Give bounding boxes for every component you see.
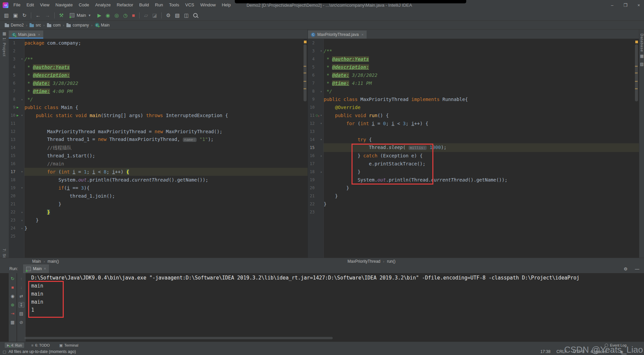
fold-marker-icon[interactable]: ▴ [20,208,24,216]
stop-icon[interactable]: ■ [10,285,16,290]
code-line[interactable]: 7 * @time: 4:11 PM [308,79,639,87]
debug-icon[interactable]: ◉ [106,13,110,18]
code-line[interactable]: 9▶public class Main { [9,103,308,111]
menu-file[interactable]: File [10,0,23,10]
profiler-icon[interactable]: ◷ [123,13,127,18]
breadcrumb-item-company[interactable]: company [66,23,89,28]
code-line[interactable]: 6 * @date: 3/28/2022 [9,79,308,87]
code-line[interactable]: 24▴} [9,224,308,232]
close-button[interactable]: × [637,3,640,8]
code-line[interactable]: 22▴ } [9,208,308,216]
code-line[interactable]: 20 thread_1.join(); [9,192,308,200]
open-project-icon[interactable]: ▥ [4,13,9,18]
code-line[interactable]: 11 [9,119,308,128]
run-configuration-select[interactable]: Main▼ [68,12,93,18]
gear-icon[interactable]: ⚙ [624,266,628,271]
minimize-button[interactable]: – [611,3,613,8]
menu-tools[interactable]: Tools [166,0,182,10]
code-line[interactable]: 5 * @description: [308,63,639,71]
fold-marker-icon[interactable]: ▾ [319,47,323,55]
tool-window-button-6-todo[interactable]: ≡6: TODO [29,343,52,348]
code-line[interactable]: 13 Thread thread_1 = new Thread(maxPrior… [9,136,308,144]
code-line[interactable]: 6 * @date: 3/28/2022 [308,71,639,79]
code-line[interactable]: 16 //main [9,160,308,168]
console-horizontal-scrollbar[interactable] [24,337,333,339]
code-line[interactable]: 25 [9,232,308,240]
fold-marker-icon[interactable]: ▾ [20,184,24,192]
soft-wrap-icon[interactable]: ⇄ [18,293,24,299]
back-icon[interactable]: ← [36,13,41,18]
code-line[interactable]: 8▴ */ [9,95,308,103]
attach-debugger-icon[interactable]: ⊛ [10,302,16,308]
thread-dump-icon[interactable]: ◉ [10,293,16,299]
code-line[interactable]: 9public class MaxPriorityThread implemen… [308,95,639,103]
code-line[interactable]: 22} [308,200,639,208]
code-line[interactable]: 21 } [308,192,639,200]
code-line[interactable]: 21 } [9,200,308,208]
up-stack-icon[interactable]: ↑ [18,276,24,282]
sidebar-item-project[interactable]: 1: Project [2,38,6,56]
fold-marker-icon[interactable]: ▴ [319,168,323,176]
restore-layout-icon[interactable]: ◫ [184,13,189,18]
attach-profiler-icon[interactable]: ◪ [152,13,157,18]
stop-icon[interactable]: ■ [132,13,135,18]
run-line-icon[interactable]: ▶ [15,103,20,111]
run-icon[interactable]: ▶ [98,13,102,18]
fold-marker-icon[interactable]: ▾ [20,111,24,119]
close-icon[interactable]: × [361,33,363,37]
overriding-method-icon[interactable]: ○ [315,111,319,119]
fold-marker-icon[interactable]: ▴ [20,224,24,232]
code-line[interactable]: 23 [308,208,639,216]
menu-refactor[interactable]: Refactor [114,0,136,10]
code-line[interactable]: 20 } [308,184,639,192]
fold-marker-icon[interactable]: ▴ [20,216,24,224]
menu-window[interactable]: Window [197,0,219,10]
maximize-button[interactable]: ❐ [624,3,628,8]
code-line[interactable]: 7 * @time: 4:00 PM [9,87,308,95]
menu-view[interactable]: View [37,0,52,10]
menu-edit[interactable]: Edit [23,0,37,10]
exit-icon[interactable]: ⇥ [10,311,16,316]
editor-content[interactable]: 1package com.company;23▾/**4 * @author:Y… [9,39,308,258]
code-line[interactable]: 5 * @description: [9,71,308,79]
tool-window-button-terminal[interactable]: ▣Terminal [57,343,80,348]
editor-content[interactable]: 23▾/**4 * @author:Yeats5 * @description:… [308,39,639,258]
code-line[interactable]: 2 [9,47,308,55]
clear-all-icon[interactable]: ⊘ [18,319,24,325]
down-stack-icon[interactable]: ↓ [18,285,24,290]
menu-analyze[interactable]: Analyze [92,0,114,10]
run-line-icon[interactable]: ▶ [15,111,20,119]
tab-main.java[interactable]: CMain.java× [9,31,43,39]
tool-window-button-4-run[interactable]: ▶4: Run [5,343,24,348]
code-line[interactable]: 18 System.out.println(Thread.currentThre… [9,176,308,184]
fold-marker-icon[interactable]: ▾ [319,119,323,128]
rerun-icon[interactable]: ↻ [10,276,16,282]
search-everywhere-icon[interactable] [193,13,198,17]
code-line[interactable]: 19▾ if(i == 3){ [9,184,308,192]
save-all-icon[interactable]: ▣ [13,13,18,18]
fold-marker-icon[interactable]: ▴ [319,87,323,95]
print-icon[interactable]: ▤ [18,311,24,316]
menu-code[interactable]: Code [76,0,92,10]
scroll-to-end-icon[interactable]: ↧ [18,302,24,308]
code-line[interactable]: 14 //线程插队 [9,144,308,152]
code-line[interactable]: 3▾/** [9,55,308,63]
code-line[interactable]: 13 [308,128,639,136]
project-tool-icon[interactable]: ▦ [2,32,6,36]
breadcrumb-main[interactable]: Main›main() [32,258,59,265]
resume-build-icon[interactable]: ▢ [3,350,6,354]
code-line[interactable]: 15 thread_1.start(); [9,152,308,160]
tool-strip-icon[interactable]: ▦ [640,54,644,58]
code-line[interactable]: 10 @Override [308,103,639,111]
menu-build[interactable]: Build [136,0,152,10]
close-icon[interactable]: × [38,33,40,37]
breadcrumb-maxprioritythread[interactable]: MaxPriorityThread›run() [347,258,395,265]
code-line[interactable]: 8▴ */ [308,87,639,95]
menu-vcs[interactable]: VCS [182,0,197,10]
breadcrumb-item-main[interactable]: CMain [95,23,110,28]
code-line[interactable]: 12 MaxPriorityThread maxPriorityThread =… [9,128,308,136]
run-tab-main[interactable]: Main × [23,264,49,273]
close-icon[interactable]: × [44,266,46,271]
tool-strip-icon[interactable]: ▨ [640,62,644,66]
settings-wrench-icon[interactable]: ⚙ [166,13,170,18]
